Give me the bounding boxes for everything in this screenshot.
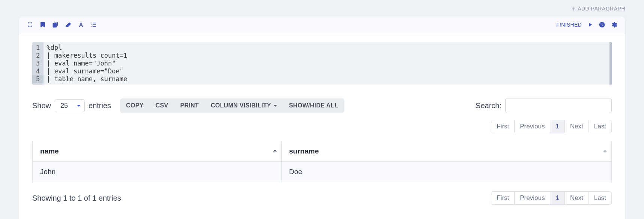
page-size-select[interactable]: 25 (55, 99, 85, 112)
code-line: %dpl (47, 44, 606, 52)
column-visibility-button[interactable]: COLUMN VISIBILITY (205, 98, 283, 113)
clock-icon[interactable] (598, 21, 606, 28)
add-paragraph-button[interactable]: +ADD PARAGRAPH (572, 6, 625, 12)
cell-name: John (33, 162, 282, 182)
code-editor[interactable]: 12345 %dpl | makeresults count=1 | eval … (32, 42, 612, 85)
line-gutter: 12345 (32, 42, 44, 85)
pagination-top: First Previous 1 Next Last (491, 120, 612, 133)
sort-icon (273, 148, 277, 155)
page-last-button[interactable]: Last (589, 120, 612, 133)
copy-icon[interactable] (52, 21, 59, 28)
code-line: | makeresults count=1 (47, 52, 606, 60)
code-line: | eval surname="Doe" (47, 67, 606, 75)
gear-icon[interactable] (610, 21, 618, 28)
code-line: | table name, surname (47, 75, 606, 83)
copy-button[interactable]: COPY (120, 98, 150, 113)
code-content: %dpl | makeresults count=1 | eval name="… (44, 42, 609, 85)
search-input[interactable] (505, 98, 612, 113)
entries-label: entries (89, 101, 111, 110)
table-row: John Doe (33, 162, 612, 182)
plus-icon: + (572, 6, 575, 12)
print-button[interactable]: PRINT (174, 98, 205, 113)
book-icon[interactable] (39, 21, 47, 28)
cell-surname: Doe (281, 162, 611, 182)
code-line: | eval name="John" (47, 60, 606, 67)
status-label: FINISHED (556, 22, 582, 28)
list-icon[interactable] (90, 21, 98, 28)
card-header: FINISHED (19, 16, 625, 33)
page-next-button[interactable]: Next (565, 120, 589, 133)
add-paragraph-label: ADD PARAGRAPH (578, 6, 625, 12)
search-label: Search: (476, 101, 501, 110)
csv-button[interactable]: CSV (150, 98, 174, 113)
page-number-button[interactable]: 1 (550, 120, 564, 133)
page-size-value: 25 (60, 102, 68, 109)
eraser-icon[interactable] (65, 21, 72, 28)
page-previous-button[interactable]: Previous (515, 191, 550, 205)
sort-icon (603, 148, 607, 155)
show-label: Show (32, 101, 51, 110)
play-icon[interactable] (586, 21, 594, 28)
column-header-name[interactable]: name (33, 141, 282, 162)
column-header-surname[interactable]: surname (281, 141, 611, 162)
results-table: name surname John Doe (32, 141, 612, 182)
font-icon[interactable] (77, 21, 85, 28)
page-previous-button[interactable]: Previous (515, 120, 550, 133)
page-last-button[interactable]: Last (589, 191, 612, 205)
column-label: surname (289, 147, 319, 155)
export-buttons: COPY CSV PRINT COLUMN VISIBILITY SHOW/HI… (120, 98, 344, 113)
column-label: name (40, 147, 59, 155)
page-number-button[interactable]: 1 (550, 191, 564, 205)
collapse-icon[interactable] (26, 21, 34, 28)
pagination-bottom: First Previous 1 Next Last (491, 191, 612, 205)
paragraph-card: FINISHED 12345 %dpl | makeresul (19, 16, 625, 219)
show-hide-all-button[interactable]: SHOW/HIDE ALL (283, 98, 344, 113)
page-first-button[interactable]: First (491, 191, 515, 205)
page-next-button[interactable]: Next (565, 191, 589, 205)
page-first-button[interactable]: First (491, 120, 515, 133)
table-info: Showing 1 to 1 of 1 entries (32, 194, 121, 203)
